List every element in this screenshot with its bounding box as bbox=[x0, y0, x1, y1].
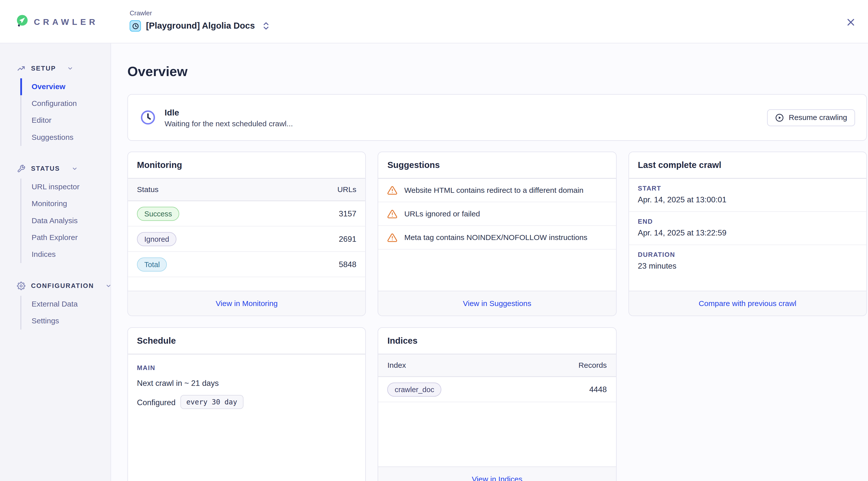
crawler-name: [Playground] Algolia Docs bbox=[146, 21, 255, 31]
monitoring-card-footer: View in Monitoring bbox=[128, 291, 365, 316]
clock-icon bbox=[141, 110, 156, 125]
start-label: START bbox=[638, 185, 857, 192]
cards-row-2: Schedule MAIN Next crawl in ~ 21 days Co… bbox=[127, 327, 867, 481]
monitoring-table-header: Status URLs bbox=[128, 179, 365, 201]
table-row-index: crawler_doc 4448 bbox=[378, 377, 616, 402]
crawler-selector[interactable]: [Playground] Algolia Docs bbox=[130, 20, 269, 32]
indices-card-title: Indices bbox=[378, 328, 616, 354]
schedule-main-label: MAIN bbox=[137, 364, 356, 371]
last-crawl-card-footer: Compare with previous crawl bbox=[629, 291, 866, 316]
chevron-down-icon bbox=[67, 65, 73, 71]
brand: CRAWLER bbox=[16, 14, 98, 28]
last-crawl-card-title: Last complete crawl bbox=[629, 152, 866, 179]
clock-badge-icon bbox=[130, 20, 141, 32]
url-count-ignored: 2691 bbox=[339, 234, 356, 244]
sidebar-group-configuration: CONFIGURATION External Data Settings bbox=[0, 281, 111, 330]
sidebar-group-header-configuration[interactable]: CONFIGURATION bbox=[0, 281, 111, 290]
sidebar-item-url-inspector[interactable]: URL inspector bbox=[21, 179, 111, 195]
indices-card-footer: View in Indices bbox=[378, 467, 616, 481]
schedule-card-title: Schedule bbox=[128, 328, 365, 354]
warning-triangle-icon bbox=[387, 209, 397, 219]
sidebar-group-label: CONFIGURATION bbox=[31, 282, 94, 289]
topbar: CRAWLER Crawler [Playground] Algolia Doc… bbox=[0, 0, 868, 43]
sidebar-item-configuration[interactable]: Configuration bbox=[21, 95, 111, 112]
sidebar-group-header-status[interactable]: STATUS bbox=[0, 164, 111, 173]
resume-crawling-button[interactable]: Resume crawling bbox=[767, 109, 855, 126]
status-badge-total: Total bbox=[137, 257, 167, 271]
view-in-monitoring-link[interactable]: View in Monitoring bbox=[216, 299, 278, 308]
warning-triangle-icon bbox=[387, 232, 397, 243]
start-value: Apr. 14, 2025 at 13:00:01 bbox=[638, 195, 857, 204]
last-crawl-start: START Apr. 14, 2025 at 13:00:01 bbox=[629, 179, 866, 212]
status-badge-ignored: Ignored bbox=[137, 232, 176, 246]
sidebar-item-suggestions[interactable]: Suggestions bbox=[21, 129, 111, 146]
records-count: 4448 bbox=[589, 385, 607, 394]
monitoring-card-title: Monitoring bbox=[128, 152, 365, 179]
sidebar: SETUP Overview Configuration Editor Sugg… bbox=[0, 43, 111, 481]
idle-status-label: Idle bbox=[164, 107, 293, 117]
sidebar-group-items: URL inspector Monitoring Data Analysis P… bbox=[20, 179, 111, 263]
close-icon bbox=[846, 18, 855, 26]
main-content: Overview Idle Waiting for the next sched… bbox=[111, 43, 868, 481]
suggestions-card-footer: View in Suggestions bbox=[378, 291, 616, 316]
last-crawl-card: Last complete crawl START Apr. 14, 2025 … bbox=[628, 152, 867, 316]
url-count-success: 3157 bbox=[339, 209, 356, 218]
sidebar-group-label: STATUS bbox=[31, 165, 60, 172]
resume-crawling-label: Resume crawling bbox=[789, 113, 847, 122]
column-status: Status bbox=[137, 185, 158, 194]
sidebar-item-indices[interactable]: Indices bbox=[21, 246, 111, 263]
suggestions-card: Suggestions Website HTML contains redire… bbox=[378, 152, 616, 316]
chevron-up-down-icon bbox=[263, 22, 269, 30]
sidebar-item-external-data[interactable]: External Data bbox=[21, 296, 111, 313]
wrench-icon bbox=[17, 164, 25, 173]
sidebar-item-editor[interactable]: Editor bbox=[21, 112, 111, 129]
suggestion-text: Website HTML contains redirect to a diff… bbox=[404, 186, 583, 195]
suggestion-item[interactable]: Website HTML contains redirect to a diff… bbox=[378, 179, 616, 202]
idle-text: Idle Waiting for the next scheduled craw… bbox=[164, 107, 293, 128]
duration-label: DURATION bbox=[638, 251, 857, 258]
close-button[interactable] bbox=[845, 16, 856, 28]
view-in-indices-link[interactable]: View in Indices bbox=[472, 475, 522, 481]
monitoring-card: Monitoring Status URLs Success 3157 Igno… bbox=[127, 152, 366, 316]
sidebar-item-path-explorer[interactable]: Path Explorer bbox=[21, 229, 111, 246]
column-records: Records bbox=[579, 361, 607, 370]
duration-value: 23 minutes bbox=[638, 261, 857, 270]
last-crawl-duration: DURATION 23 minutes bbox=[629, 245, 866, 278]
schedule-body: MAIN Next crawl in ~ 21 days Configured … bbox=[128, 354, 365, 409]
schedule-interval-chip: every 30 day bbox=[180, 395, 243, 409]
sidebar-group-setup: SETUP Overview Configuration Editor Sugg… bbox=[0, 64, 111, 146]
sidebar-item-monitoring[interactable]: Monitoring bbox=[21, 196, 111, 213]
column-index: Index bbox=[387, 361, 406, 370]
last-crawl-end: END Apr. 14, 2025 at 13:22:59 bbox=[629, 212, 866, 245]
indices-table-header: Index Records bbox=[378, 354, 616, 377]
table-row-ignored: Ignored 2691 bbox=[128, 226, 365, 252]
compare-previous-crawl-link[interactable]: Compare with previous crawl bbox=[699, 299, 797, 308]
sidebar-group-items: External Data Settings bbox=[20, 296, 111, 330]
trending-up-icon bbox=[17, 64, 25, 72]
crawler-logo-icon bbox=[16, 14, 28, 28]
chevron-down-icon bbox=[71, 165, 78, 172]
gear-icon bbox=[17, 281, 25, 290]
breadcrumb: Crawler [Playground] Algolia Docs bbox=[130, 9, 269, 32]
sidebar-group-items: Overview Configuration Editor Suggestion… bbox=[20, 78, 111, 146]
sidebar-group-status: STATUS URL inspector Monitoring Data Ana… bbox=[0, 164, 111, 263]
view-in-suggestions-link[interactable]: View in Suggestions bbox=[463, 299, 531, 308]
sidebar-item-data-analysis[interactable]: Data Analysis bbox=[21, 213, 111, 229]
table-row-total: Total 5848 bbox=[128, 252, 365, 277]
breadcrumb-label: Crawler bbox=[130, 9, 269, 16]
table-row-success: Success 3157 bbox=[128, 201, 365, 226]
brand-wordmark: CRAWLER bbox=[34, 17, 98, 26]
suggestion-item[interactable]: URLs ignored or failed bbox=[378, 202, 616, 226]
sidebar-item-settings[interactable]: Settings bbox=[21, 313, 111, 330]
suggestion-item[interactable]: Meta tag contains NOINDEX/NOFOLLOW instr… bbox=[378, 226, 616, 250]
url-count-total: 5848 bbox=[339, 260, 356, 269]
status-badge-success: Success bbox=[137, 206, 179, 220]
indices-card: Indices Index Records crawler_doc 4448 V… bbox=[378, 327, 616, 481]
index-name-badge[interactable]: crawler_doc bbox=[387, 382, 441, 396]
end-value: Apr. 14, 2025 at 13:22:59 bbox=[638, 228, 857, 237]
idle-status-banner: Idle Waiting for the next scheduled craw… bbox=[127, 94, 867, 141]
sidebar-group-header-setup[interactable]: SETUP bbox=[0, 64, 111, 73]
sidebar-item-overview[interactable]: Overview bbox=[21, 78, 111, 95]
chevron-down-icon bbox=[105, 282, 112, 289]
suggestion-text: URLs ignored or failed bbox=[404, 210, 480, 218]
